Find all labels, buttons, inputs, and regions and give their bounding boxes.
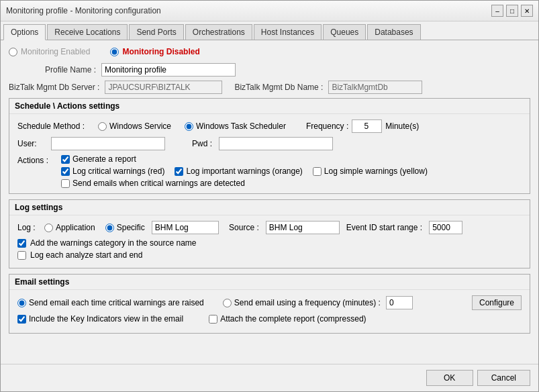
warnings-row: Log critical warnings (red) Log importan…	[61, 166, 428, 176]
actions-checkboxes: Generate a report Log critical warnings …	[61, 154, 428, 188]
tab-orchestrations[interactable]: Orchestrations	[185, 24, 252, 40]
log-simple-checkbox[interactable]	[313, 167, 322, 176]
include-key-label: Include the Key Indicators view in the e…	[29, 314, 183, 324]
source-input[interactable]	[266, 221, 340, 234]
log-row: Log : Application Specific Source : Even…	[17, 221, 522, 234]
source-label: Source :	[226, 223, 259, 232]
email-section-content: Send email each time critical warnings a…	[9, 290, 530, 333]
tab-host-instances[interactable]: Host Instances	[254, 24, 322, 40]
log-simple-label: Log simple warnings (yellow)	[324, 166, 428, 176]
specific-radio[interactable]	[105, 224, 114, 232]
main-window: Monitoring profile - Monitoring configur…	[0, 0, 539, 392]
send-emails-checkbox[interactable]	[61, 179, 70, 188]
windows-service-radio[interactable]	[98, 122, 107, 131]
log-analyze-row: Log each analyze start and end	[17, 250, 522, 260]
send-emails-label: Send emails when critical warnings are d…	[72, 179, 245, 188]
send-emails-item[interactable]: Send emails when critical warnings are d…	[61, 179, 428, 188]
log-analyze-checkbox[interactable]	[17, 251, 26, 260]
monitoring-enabled-radio[interactable]	[9, 48, 17, 56]
ok-button[interactable]: OK	[426, 370, 473, 386]
bottom-bar: OK Cancel	[1, 364, 538, 391]
pwd-label: Pwd :	[192, 139, 212, 148]
task-scheduler-label: Windows Task Scheduler	[196, 121, 286, 131]
close-button[interactable]: ✕	[521, 5, 533, 17]
send-frequency-radio[interactable]	[223, 299, 232, 307]
frequency-box: Frequency : Minute(s)	[306, 119, 419, 133]
title-bar: Monitoring profile - Monitoring configur…	[1, 1, 538, 21]
send-frequency-option[interactable]: Send email using a frequency (minutes) :	[223, 298, 381, 307]
send-each-time-radio[interactable]	[17, 299, 26, 307]
log-section-title: Log settings	[9, 200, 530, 215]
monitoring-disabled-option[interactable]: Monitoring Disabled	[110, 47, 199, 56]
email-section-title: Email settings	[9, 275, 530, 290]
profile-name-input[interactable]	[101, 63, 236, 77]
frequency-input[interactable]	[352, 119, 382, 133]
tab-databases[interactable]: Databases	[367, 24, 420, 40]
actions-row: Actions : Generate a report Log critical…	[17, 154, 522, 188]
log-important-label: Log important warnings (orange)	[186, 166, 302, 176]
log-critical-checkbox[interactable]	[61, 167, 70, 176]
biztalk-server-row: BizTalk Mgmt Db Server : BizTalk Mgmt Db…	[9, 81, 530, 94]
application-label: Application	[56, 223, 95, 232]
tab-options[interactable]: Options	[3, 24, 46, 40]
tabs-bar: Options Receive Locations Send Ports Orc…	[1, 21, 538, 40]
cancel-button[interactable]: Cancel	[477, 370, 530, 386]
monitoring-enabled-option[interactable]: Monitoring Enabled	[9, 47, 90, 56]
tab-send-ports[interactable]: Send Ports	[129, 24, 183, 40]
windows-service-option[interactable]: Windows Service	[98, 121, 171, 131]
schedule-section-title: Schedule \ Actions settings	[9, 99, 530, 114]
task-scheduler-option[interactable]: Windows Task Scheduler	[185, 121, 286, 131]
user-label: User:	[17, 139, 44, 148]
tab-queues[interactable]: Queues	[323, 24, 366, 40]
maximize-button[interactable]: □	[506, 5, 518, 17]
user-pwd-row: User: Pwd :	[17, 137, 522, 150]
tab-receive-locations[interactable]: Receive Locations	[47, 24, 128, 40]
generate-report-checkbox[interactable]	[61, 155, 70, 164]
event-id-input[interactable]	[429, 221, 462, 234]
window-title: Monitoring profile - Monitoring configur…	[6, 6, 161, 15]
log-important-item[interactable]: Log important warnings (orange)	[175, 166, 302, 176]
add-warnings-label: Add the warnings category in the source …	[30, 238, 196, 248]
email-frequency-input[interactable]	[386, 296, 413, 309]
task-scheduler-radio[interactable]	[185, 122, 193, 131]
attach-report-item[interactable]: Attach the complete report (compressed)	[209, 314, 366, 324]
log-critical-label: Log critical warnings (red)	[72, 166, 164, 176]
log-name-input[interactable]	[152, 221, 219, 234]
user-input[interactable]	[51, 137, 165, 150]
monitoring-enabled-label: Monitoring Enabled	[21, 47, 90, 56]
log-simple-item[interactable]: Log simple warnings (yellow)	[313, 166, 428, 176]
configure-button[interactable]: Configure	[472, 295, 522, 310]
minimize-button[interactable]: –	[491, 5, 503, 17]
biztalk-server-input	[105, 81, 222, 94]
monitoring-disabled-radio[interactable]	[110, 48, 119, 56]
profile-name-row: Profile Name :	[9, 63, 530, 77]
schedule-method-label: Schedule Method :	[17, 121, 91, 131]
specific-option[interactable]: Specific	[105, 223, 145, 232]
include-key-item[interactable]: Include the Key Indicators view in the e…	[17, 314, 183, 324]
schedule-method-row: Schedule Method : Windows Service Window…	[17, 119, 522, 133]
profile-name-label: Profile Name :	[9, 65, 96, 75]
log-analyze-label: Log each analyze start and end	[30, 250, 142, 260]
application-option[interactable]: Application	[44, 223, 95, 232]
include-key-checkbox[interactable]	[17, 315, 26, 324]
email-row-2: Include the Key Indicators view in the e…	[17, 314, 522, 324]
pwd-input[interactable]	[219, 137, 333, 150]
add-warnings-row: Add the warnings category in the source …	[17, 238, 522, 248]
email-section: Email settings Send email each time crit…	[9, 274, 530, 334]
log-important-checkbox[interactable]	[175, 167, 183, 176]
add-warnings-checkbox[interactable]	[17, 239, 26, 248]
biztalk-server-label: BizTalk Mgmt Db Server :	[9, 83, 99, 92]
log-critical-item[interactable]: Log critical warnings (red)	[61, 166, 164, 176]
application-radio[interactable]	[44, 224, 53, 232]
generate-report-label: Generate a report	[72, 154, 136, 164]
email-row-1: Send email each time critical warnings a…	[17, 295, 522, 310]
attach-report-checkbox[interactable]	[209, 315, 217, 324]
schedule-section-content: Schedule Method : Windows Service Window…	[9, 114, 530, 193]
attach-report-label: Attach the complete report (compressed)	[220, 314, 366, 324]
window-controls: – □ ✕	[491, 5, 533, 17]
send-each-time-option[interactable]: Send email each time critical warnings a…	[17, 298, 204, 307]
monitoring-disabled-label: Monitoring Disabled	[122, 47, 199, 56]
specific-label: Specific	[117, 223, 145, 232]
log-label: Log :	[17, 223, 38, 232]
frequency-label: Frequency :	[306, 121, 348, 131]
